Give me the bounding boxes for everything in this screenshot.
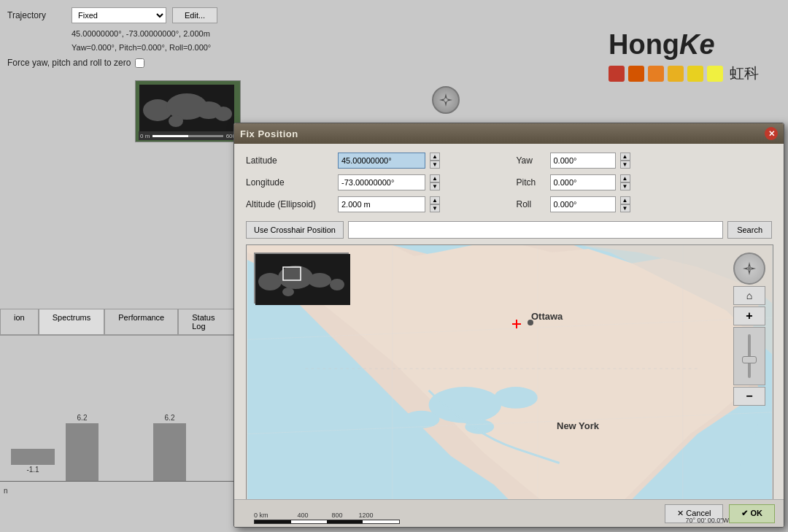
svg-point-11 [429,387,501,423]
mini-world-map[interactable] [254,252,349,304]
home-icon: ⌂ [746,290,752,301]
dialog-close-button[interactable]: ✕ [765,127,778,140]
compass-button[interactable] [733,252,765,285]
altitude-down[interactable]: ▼ [430,204,440,212]
pitch-label: Pitch [517,177,546,188]
latitude-input[interactable] [338,153,425,169]
svg-point-12 [494,387,538,409]
altitude-input[interactable] [338,196,425,212]
pitch-down[interactable]: ▼ [620,182,630,190]
logo-dot-2 [628,66,644,82]
roll-down[interactable]: ▼ [620,204,630,212]
latitude-down[interactable]: ▼ [430,161,440,169]
slider-track [748,334,751,378]
scale-0: 0 km [254,512,269,519]
right-fields: Yaw ▲ ▼ Pitch ▲ ▼ [517,153,773,212]
form-grid: Latitude ▲ ▼ Longitude ▲ ▼ [246,153,772,212]
compass-svg [741,260,758,277]
pitch-input[interactable] [550,174,616,190]
yaw-row: Yaw ▲ ▼ [517,153,773,169]
logo-dot-5 [687,66,703,82]
ok-button[interactable]: ✔ OK [729,504,775,523]
altitude-row: Altitude (Ellipsoid) ▲ ▼ [246,196,502,212]
latitude-row: Latitude ▲ ▼ [246,153,502,169]
background-nav-btn[interactable] [432,86,460,114]
map-coordinates: 70° 00' 00.0"W [685,517,729,524]
position-crosshair [512,320,521,328]
slider-thumb[interactable] [742,356,757,363]
ottawa-dot [528,320,533,325]
pitch-up[interactable]: ▲ [620,174,630,182]
zoom-slider[interactable] [733,327,765,385]
scale-bar-graphic [254,520,400,524]
fix-position-dialog: Fix Position ✕ Latitude ▲ ▼ L [233,123,784,528]
altitude-spinners: ▲ ▼ [430,196,440,212]
logo-dots: 虹科 [609,63,759,83]
left-fields: Latitude ▲ ▼ Longitude ▲ ▼ [246,153,502,212]
logo-dot-3 [648,66,664,82]
minus-icon: − [746,390,752,403]
svg-marker-6 [444,93,447,99]
yaw-down[interactable]: ▼ [620,161,630,169]
scale-bar: 0 km 400 800 1200 [254,512,400,524]
scale-1200: 1200 [359,512,374,519]
roll-spinners: ▲ ▼ [620,196,630,212]
roll-up[interactable]: ▲ [620,196,630,204]
longitude-up[interactable]: ▲ [430,174,440,182]
logo-area: HongKe 虹科 [609,29,759,83]
latitude-up[interactable]: ▲ [430,153,440,161]
map-area[interactable]: Ottawa New York [246,244,773,528]
home-button[interactable]: ⌂ [733,286,765,305]
logo-dot-1 [609,66,625,82]
svg-point-25 [330,279,344,290]
altitude-up[interactable]: ▲ [430,196,440,204]
nav-control: ⌂ + − [733,252,765,406]
logo-ke: Ke [679,29,715,60]
plus-icon: + [746,309,752,323]
pitch-spinners: ▲ ▼ [620,174,630,190]
logo-chinese: 虹科 [730,63,759,83]
zoom-out-button[interactable]: − [733,387,765,406]
svg-point-32 [748,267,751,270]
svg-point-26 [282,288,294,296]
roll-input[interactable] [550,196,616,212]
longitude-label: Longitude [246,177,333,188]
scale-800: 800 [332,512,343,519]
dialog-form: Latitude ▲ ▼ Longitude ▲ ▼ [234,144,784,528]
compass-icon [438,92,454,108]
logo-dot-4 [668,66,684,82]
longitude-spinners: ▲ ▼ [430,174,440,190]
latitude-label: Latitude [246,155,333,166]
svg-marker-31 [750,267,756,270]
yaw-label: Yaw [517,155,546,166]
longitude-input[interactable] [338,174,425,190]
altitude-label: Altitude (Ellipsoid) [246,199,333,209]
ottawa-label: Ottawa [531,311,563,322]
longitude-row: Longitude ▲ ▼ [246,174,502,190]
newyork-label: New York [557,420,599,431]
zoom-in-button[interactable]: + [733,307,765,325]
search-input[interactable] [348,221,723,239]
svg-marker-7 [444,101,447,107]
roll-row: Roll ▲ ▼ [517,196,773,212]
scale-400: 400 [298,512,309,519]
dialog-titlebar: Fix Position ✕ [234,123,784,144]
search-button[interactable]: Search [727,221,772,239]
roll-label: Roll [517,199,546,209]
svg-marker-30 [743,267,749,270]
yaw-input[interactable] [550,153,616,169]
crosshair-button[interactable]: Use Crosshair Position [246,221,344,239]
logo-hong: Hong [609,29,679,60]
pitch-row: Pitch ▲ ▼ [517,174,773,190]
svg-marker-28 [748,262,751,268]
logo-text: HongKe [609,29,759,61]
longitude-down[interactable]: ▼ [430,182,440,190]
svg-marker-8 [439,99,445,101]
svg-marker-9 [447,99,452,101]
svg-point-22 [258,273,282,290]
yaw-up[interactable]: ▲ [620,153,630,161]
mini-map-svg [255,254,350,305]
scale-labels: 0 km 400 800 1200 [254,512,400,519]
logo-dot-6 [707,66,723,82]
svg-marker-29 [748,269,751,275]
